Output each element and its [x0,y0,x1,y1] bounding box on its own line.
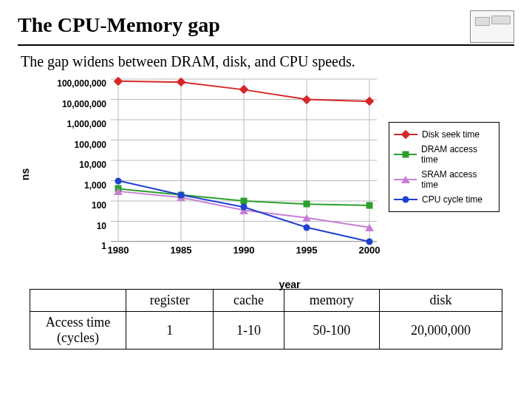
y-tick-label: 1,000 [40,180,106,191]
chart-point [241,204,248,211]
chart-point [366,98,373,105]
chart-legend: Disk seek timeDRAM access timeSRAM acces… [389,122,499,212]
x-tick-label: 1980 [108,245,129,256]
architecture-thumbnail-icon [470,10,514,43]
y-tick-label: 10 [40,221,106,231]
access-time-table: register cache memory disk Access time (… [30,289,502,349]
row-header: Access time (cycles) [30,312,126,349]
legend-marker-icon [394,149,417,160]
plot-area [111,79,377,242]
y-tick-label: 1 [40,241,106,251]
title-underline [18,44,514,46]
y-tick-label: 100 [40,200,106,211]
legend-label: CPU cycle time [422,194,482,205]
table-corner-blank [30,290,126,312]
x-tick-label: 2000 [359,245,381,256]
col-header: disk [379,290,502,312]
legend-label: DRAM access time [421,144,494,165]
legend-entry: DRAM access time [392,142,496,167]
x-tick-label: 1990 [233,245,255,256]
title-row: The CPU-Memory gap [18,10,514,43]
slide-subtitle: The gap widens between DRAM, disk, and C… [21,53,511,70]
legend-label: SRAM access time [421,169,494,190]
y-tick-label: 10,000,000 [40,99,106,109]
y-tick-label: 1,000,000 [40,119,106,129]
slide: The CPU-Memory gap The gap widens betwee… [0,0,532,399]
chart-point [304,224,310,231]
legend-entry: Disk seek time [392,127,496,142]
chart-point [115,78,122,84]
legend-entry: SRAM access time [392,167,496,192]
table-cell: 20,000,000 [379,312,502,349]
col-header: register [126,290,214,312]
chart-point [302,214,311,222]
table-row: register cache memory disk [30,290,502,312]
y-tick-label: 10,000 [40,160,106,170]
legend-marker-icon [394,129,417,140]
chart-point [304,201,310,208]
table-cell: 1 [126,312,214,349]
x-tick-label: 1995 [296,245,318,256]
legend-marker-icon [394,174,417,185]
x-axis-ticks: 19801985199019952000 [111,245,377,259]
chart-point [365,224,374,231]
col-header: cache [214,290,284,312]
y-axis-label: ns [19,168,31,180]
y-tick-label: 100,000,000 [40,78,106,89]
chart-point [114,188,123,195]
chart-point [241,86,248,93]
x-tick-label: 1985 [171,245,192,256]
chart-point [115,177,122,184]
y-axis-ticks: 1101001,00010,000100,0001,000,00010,000,… [38,79,106,242]
table-cell: 50-100 [284,312,379,349]
chart-point [178,191,185,198]
chart-point [178,79,185,86]
x-axis-label: year [279,279,301,290]
legend-entry: CPU cycle time [392,192,496,207]
legend-marker-icon [394,194,417,205]
table-row: Access time (cycles) 1 1-10 50-100 20,00… [30,312,502,349]
table-cell: 1-10 [214,312,284,349]
chart-point [304,96,310,103]
legend-label: Disk seek time [422,129,480,140]
chart: ns 1101001,00010,000100,0001,000,00010,0… [30,75,502,274]
chart-point [366,202,373,209]
col-header: memory [284,290,379,312]
slide-title: The CPU-Memory gap [18,13,220,37]
y-tick-label: 100,000 [40,140,106,150]
